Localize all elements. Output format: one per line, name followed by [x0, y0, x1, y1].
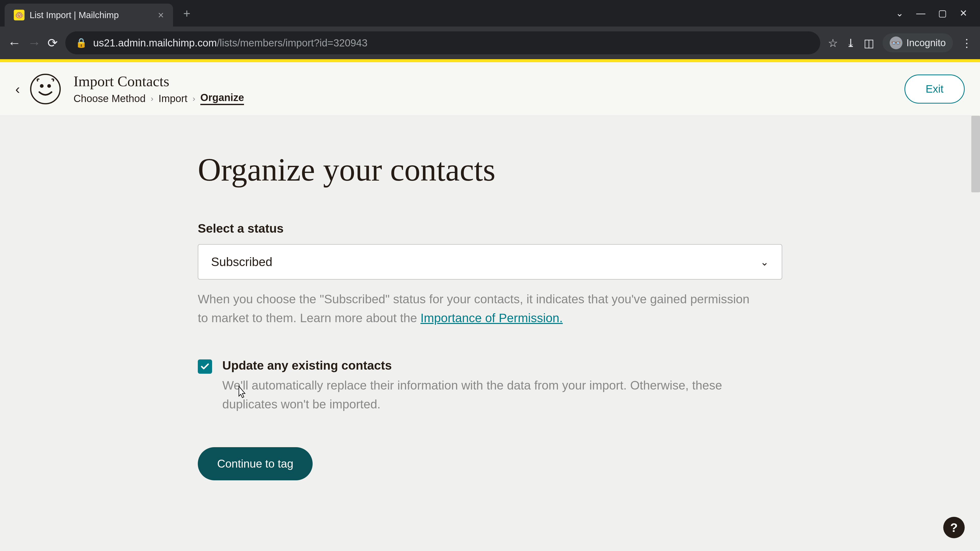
svg-point-2 [47, 84, 51, 87]
chevron-right-icon: › [151, 94, 153, 103]
status-help-text: When you choose the "Subscribed" status … [198, 290, 754, 328]
close-tab-icon[interactable]: × [158, 10, 164, 21]
incognito-icon: 👓 [890, 37, 902, 49]
browser-address-bar: ← → ⟳ 🔒 us21.admin.mailchimp.com/lists/m… [0, 27, 980, 59]
incognito-badge[interactable]: 👓 Incognito [883, 33, 953, 52]
update-contacts-row: Update any existing contacts We'll autom… [198, 359, 780, 414]
status-label: Select a status [198, 221, 782, 235]
update-contacts-description: We'll automatically replace their inform… [222, 376, 780, 414]
help-button[interactable]: ? [943, 517, 965, 538]
main-heading: Organize your contacts [198, 151, 782, 188]
app-header: ‹ Import Contacts Choose Method › Import… [0, 62, 980, 116]
bookmark-icon[interactable]: ☆ [828, 37, 838, 49]
lock-icon: 🔒 [76, 38, 87, 48]
update-contacts-label: Update any existing contacts [222, 359, 780, 372]
svg-point-1 [40, 84, 43, 87]
breadcrumb: Choose Method › Import › Organize [73, 92, 904, 105]
svg-point-0 [30, 74, 60, 103]
tab-title: List Import | Mailchimp [30, 10, 153, 20]
main-content: Organize your contacts Select a status S… [0, 116, 980, 551]
forward-button[interactable]: → [27, 35, 41, 51]
browser-tab-bar: 🐵 List Import | Mailchimp × + ⌄ — ▢ ✕ [0, 0, 980, 27]
page-title: Import Contacts [73, 73, 904, 90]
exit-button[interactable]: Exit [904, 75, 965, 103]
url-text: us21.admin.mailchimp.com/lists/members/i… [93, 37, 368, 49]
accent-bar [0, 59, 980, 62]
side-panel-icon[interactable]: ◫ [864, 37, 874, 49]
continue-button[interactable]: Continue to tag [198, 447, 313, 480]
mailchimp-favicon: 🐵 [14, 10, 24, 21]
breadcrumb-step-2[interactable]: Import [159, 93, 187, 104]
minimize-icon[interactable]: — [916, 8, 925, 19]
downloads-icon[interactable]: ⤓ [846, 37, 856, 49]
permission-link[interactable]: Importance of Permission. [420, 311, 563, 325]
chevron-down-icon: ⌄ [760, 256, 769, 268]
close-window-icon[interactable]: ✕ [959, 8, 967, 19]
breadcrumb-step-1[interactable]: Choose Method [73, 93, 145, 104]
window-controls: ⌄ — ▢ ✕ [896, 8, 980, 19]
new-tab-button[interactable]: + [183, 6, 190, 21]
mailchimp-logo[interactable] [30, 74, 61, 104]
chevron-right-icon: › [192, 94, 195, 103]
browser-tab[interactable]: 🐵 List Import | Mailchimp × [5, 3, 173, 27]
status-selected-value: Subscribed [211, 255, 272, 269]
checkmark-icon [200, 362, 210, 372]
maximize-icon[interactable]: ▢ [938, 8, 947, 19]
menu-icon[interactable]: ⋮ [961, 37, 972, 49]
breadcrumb-step-3: Organize [200, 92, 244, 105]
back-button[interactable]: ← [8, 35, 21, 51]
update-contacts-checkbox[interactable] [198, 359, 212, 374]
scrollbar[interactable] [971, 116, 980, 551]
reload-button[interactable]: ⟳ [48, 36, 58, 50]
url-input[interactable]: 🔒 us21.admin.mailchimp.com/lists/members… [65, 32, 820, 54]
status-select[interactable]: Subscribed ⌄ [198, 244, 782, 279]
back-chevron-icon[interactable]: ‹ [15, 81, 20, 97]
tab-search-icon[interactable]: ⌄ [896, 8, 904, 19]
